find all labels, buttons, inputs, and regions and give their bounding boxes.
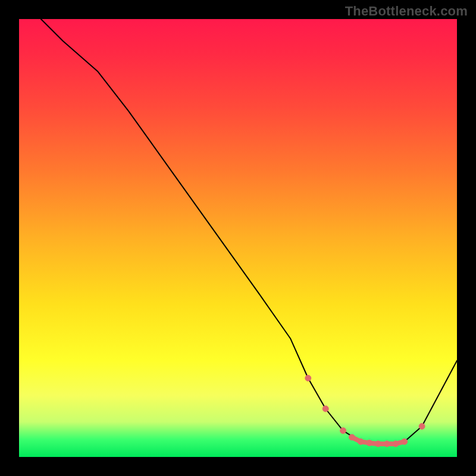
curve-marker	[402, 439, 408, 444]
marker-group	[305, 375, 425, 447]
curve-marker	[375, 441, 381, 447]
curve-marker	[305, 375, 311, 381]
curve-marker	[340, 428, 346, 434]
watermark-text: TheBottleneck.com	[345, 4, 468, 19]
plot-svg	[19, 19, 457, 457]
curve-marker	[393, 441, 399, 447]
bottleneck-curve	[41, 19, 457, 444]
chart-frame: TheBottleneck.com	[0, 0, 476, 476]
curve-marker	[358, 439, 364, 444]
plot-area	[19, 19, 457, 457]
curve-marker	[322, 406, 328, 412]
curve-marker	[384, 441, 390, 447]
curve-marker	[367, 440, 372, 446]
curve-marker	[419, 424, 425, 430]
curve-marker	[349, 434, 355, 440]
